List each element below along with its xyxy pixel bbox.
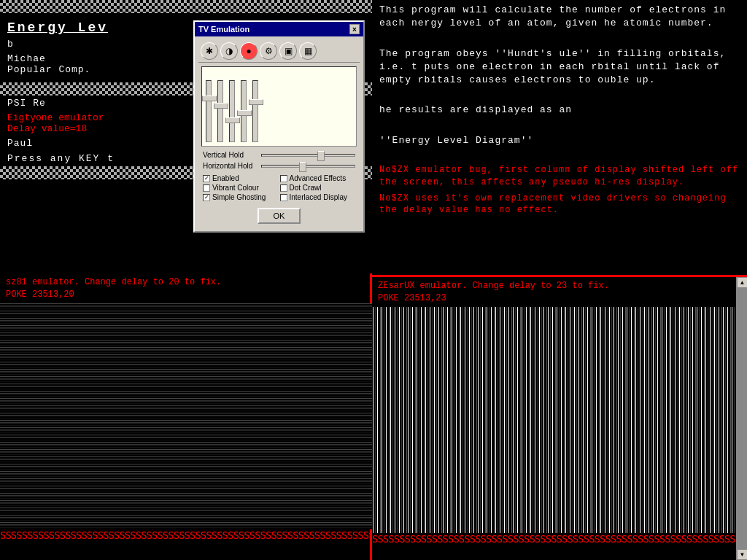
vertical-hold-row: Vertical Hold xyxy=(198,149,360,160)
scroll-up-btn[interactable]: ▲ xyxy=(737,277,747,288)
horizontal-hold-slider[interactable] xyxy=(261,165,355,168)
checkbox-interlaced-display[interactable]: Interlaced Display xyxy=(280,193,356,201)
dialog-close-button[interactable]: × xyxy=(349,24,360,34)
slider-5[interactable] xyxy=(252,80,258,142)
cb-dot-crawl-label: Dot Crawl xyxy=(290,184,322,192)
checkbox-simple-ghosting[interactable]: Simple Ghosting xyxy=(203,193,279,201)
right-panel: This program will calculate the number o… xyxy=(372,0,747,560)
slider-1-thumb[interactable] xyxy=(202,96,217,101)
dialog-titlebar: TV Emulation × xyxy=(195,22,363,36)
dialog-title: TV Emulation xyxy=(198,25,249,34)
slider-5-thumb[interactable] xyxy=(249,99,263,105)
scrollbar[interactable]: ▲ ▼ xyxy=(736,277,747,560)
text-para3: he results are displayed as an xyxy=(379,104,740,117)
slider-4-thumb[interactable] xyxy=(237,110,252,116)
ok-button[interactable]: OK xyxy=(258,208,301,224)
checkbox-dot-crawl[interactable]: Dot Crawl xyxy=(280,184,356,192)
bottom-left-info: sz81 emulator. Change delay to 20 to fix… xyxy=(0,273,370,303)
text-para2: The program obeys ''Hundt's ule'' in fil… xyxy=(379,47,740,88)
text-area: This program will calculate the number o… xyxy=(372,0,747,277)
cb-enabled[interactable] xyxy=(203,175,210,182)
vertical-hold-slider[interactable] xyxy=(261,154,355,157)
slider-2[interactable] xyxy=(217,80,223,142)
horizontal-hold-row: Horizontal Hold xyxy=(198,160,360,171)
scroll-track xyxy=(737,288,747,549)
cb-vibrant[interactable] xyxy=(203,184,210,192)
zesarux-label: ZEsarUX emulator. Change delay to 23 to … xyxy=(378,281,741,291)
red-text-2: No$ZX uses it's own replacement video dr… xyxy=(379,192,740,217)
toolbar-btn-color[interactable]: ● xyxy=(240,42,258,60)
vertical-hold-thumb[interactable] xyxy=(317,151,325,161)
checkbox-vibrant-colour[interactable]: Vibrant Colour xyxy=(203,184,279,192)
text-para1: This program will calculate the number o… xyxy=(379,4,740,30)
horizontal-hold-label: Horizontal Hold xyxy=(203,162,258,170)
red-text-1: No$ZX emulator bug, first column of disp… xyxy=(379,164,740,189)
sz81-poke: POKE 23513,20 xyxy=(6,289,364,300)
sz81-label: sz81 emulator. Change delay to 20 to fix… xyxy=(6,277,364,287)
dialog-body: ✱ ◑ ● ⚙ ▣ ▦ xyxy=(195,36,363,231)
dialog-toolbar: ✱ ◑ ● ⚙ ▣ ▦ xyxy=(198,40,360,63)
cb-enabled-label: Enabled xyxy=(212,174,239,182)
cb-dot-crawl[interactable] xyxy=(280,184,287,192)
cb-vibrant-label: Vibrant Colour xyxy=(212,184,259,192)
horizontal-hold-thumb[interactable] xyxy=(299,162,306,172)
noise-overlay-left xyxy=(0,303,372,529)
slider-3[interactable] xyxy=(229,80,235,142)
slider-1[interactable] xyxy=(206,80,212,142)
toolbar-btn-menu[interactable]: ▦ xyxy=(299,42,317,60)
vertical-hold-label: Vertical Hold xyxy=(203,151,258,159)
cb-ghosting-label: Simple Ghosting xyxy=(212,193,266,201)
vertical-stripes xyxy=(372,307,736,533)
dialog-window: TV Emulation × ✱ ◑ ● ⚙ ▣ ▦ xyxy=(193,20,365,233)
slider-2-thumb[interactable] xyxy=(214,103,228,109)
bottom-right-info: ZEsarUX emulator. Change delay to 23 to … xyxy=(372,277,747,307)
toolbar-btn-contrast[interactable]: ◑ xyxy=(220,42,238,60)
checker-border-top xyxy=(0,0,372,13)
sliders-area xyxy=(201,66,357,147)
checkbox-advanced-effects[interactable]: Advanced Effects xyxy=(280,174,356,182)
cb-interlaced[interactable] xyxy=(280,194,287,201)
toolbar-btn-asterisk[interactable]: ✱ xyxy=(201,42,218,60)
toolbar-btn-save[interactable]: ▣ xyxy=(279,42,297,60)
text-para4: ''Energy Level Diagram'' xyxy=(379,134,740,147)
noise-area-right xyxy=(372,307,736,533)
cb-advanced-label: Advanced Effects xyxy=(290,174,347,182)
s-stripe: SSSSSSSSSSSSSSSSSSSSSSSSSSSSSSSSSSSSSSSS… xyxy=(0,529,370,544)
cb-interlaced-label: Interlaced Display xyxy=(290,193,347,201)
tv-emulation-dialog: TV Emulation × ✱ ◑ ● ⚙ ▣ ▦ xyxy=(193,20,365,233)
s-stripe-right: SSSSSSSSSSSSSSSSSSSSSSSSSSSSSSSSSSSSSSSS… xyxy=(372,533,747,548)
slider-3-thumb[interactable] xyxy=(225,117,240,123)
noise-area-left xyxy=(0,303,372,529)
slider-4[interactable] xyxy=(241,80,247,142)
scroll-down-btn[interactable]: ▼ xyxy=(737,549,747,560)
cb-ghosting[interactable] xyxy=(203,194,210,201)
cb-advanced[interactable] xyxy=(280,175,287,182)
checkbox-section: Enabled Advanced Effects Vibrant Colour … xyxy=(198,171,360,204)
ok-row: OK xyxy=(198,204,360,228)
checkbox-enabled[interactable]: Enabled xyxy=(203,174,279,182)
zesarux-poke: POKE 23513,23 xyxy=(378,293,741,303)
toolbar-btn-settings[interactable]: ⚙ xyxy=(260,42,277,60)
